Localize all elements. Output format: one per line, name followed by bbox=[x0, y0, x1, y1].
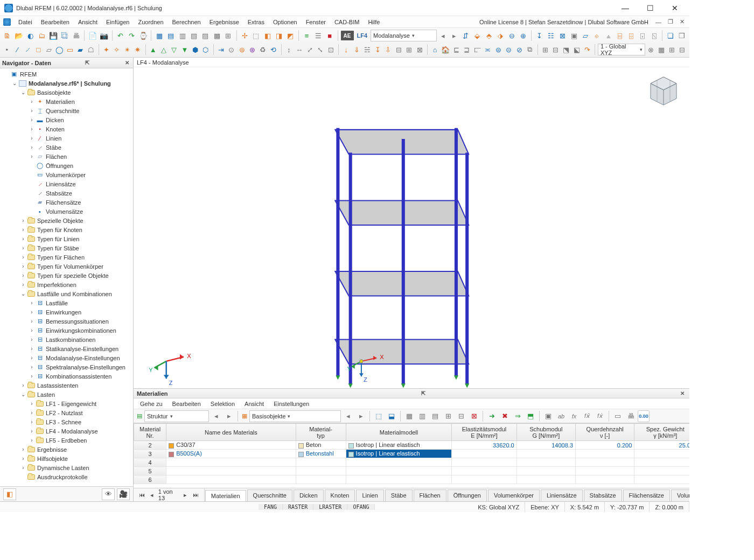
nav-views-button[interactable]: 👁 bbox=[102, 488, 115, 500]
tree-flächen[interactable]: ›▱Flächen bbox=[0, 152, 133, 161]
materialien-close-button[interactable]: ✕ bbox=[679, 390, 686, 396]
menu-zuordnen[interactable]: Zuordnen bbox=[134, 17, 167, 27]
loadcase-combo[interactable]: Modalanalyse▾ bbox=[371, 30, 437, 41]
menu-hilfe[interactable]: Hilfe bbox=[364, 17, 384, 27]
mt3[interactable]: ▦ bbox=[403, 410, 415, 422]
b15[interactable]: △ bbox=[159, 44, 169, 55]
btab-querschnitte[interactable]: Querschnitte bbox=[247, 489, 292, 501]
mat-prev-button[interactable]: ◂ bbox=[210, 410, 222, 422]
btab-knoten[interactable]: Knoten bbox=[325, 489, 355, 501]
mt12[interactable]: ⬒ bbox=[525, 410, 536, 422]
pager-prev-button[interactable]: ◂ bbox=[148, 492, 156, 499]
tree-file[interactable]: ⌄Modalanalyse.rf6* | Schulung bbox=[0, 79, 133, 88]
print-button[interactable]: 🖶 bbox=[71, 30, 81, 41]
mat-prev2-button[interactable]: ◂ bbox=[342, 410, 354, 422]
table-row[interactable]: 4 bbox=[134, 458, 690, 467]
b4[interactable]: □ bbox=[34, 44, 44, 55]
mdi-minimize-button[interactable]: — bbox=[654, 19, 663, 25]
col-header[interactable]: SchubmodulG [N/mm²] bbox=[516, 424, 575, 441]
tree-lf1---eigengewicht[interactable]: ›LF1 - Eigengewicht bbox=[0, 399, 133, 408]
col-header[interactable]: Material-typ bbox=[296, 424, 346, 441]
struktur-combo[interactable]: Struktur▾ bbox=[144, 410, 209, 422]
mt6[interactable]: ⊞ bbox=[442, 410, 454, 422]
b55[interactable]: ▦ bbox=[657, 44, 666, 55]
navigator-pin-button[interactable]: ⇱ bbox=[83, 60, 91, 66]
tree-lastfälle[interactable]: ›⊟Lastfälle bbox=[0, 298, 133, 307]
tree-dynamische-lasten[interactable]: ›Dynamische Lasten bbox=[0, 463, 133, 472]
b24[interactable]: ♻ bbox=[259, 44, 268, 55]
b38[interactable]: ⊠ bbox=[415, 44, 425, 55]
mt14[interactable]: ab bbox=[555, 410, 567, 422]
col-header[interactable]: Spez. Gewichtγ [kN/m³] bbox=[634, 424, 689, 441]
b20[interactable]: ⇥ bbox=[216, 44, 226, 55]
tree-ausdruckprotokolle[interactable]: Ausdruckprotokolle bbox=[0, 472, 133, 481]
tree-einwirkungskombinationen[interactable]: ›⊟Einwirkungskombinationen bbox=[0, 326, 133, 335]
mt5[interactable]: ▤ bbox=[429, 410, 441, 422]
mt4[interactable]: ▥ bbox=[416, 410, 428, 422]
tree-lastassistenten[interactable]: ›Lastassistenten bbox=[0, 381, 133, 390]
tree-querschnitte[interactable]: ›⌶Querschnitte bbox=[0, 106, 133, 115]
b6[interactable]: ◯ bbox=[55, 44, 65, 55]
calc-all-button[interactable]: ☰ bbox=[313, 30, 323, 41]
mdi-restore-button[interactable]: ❐ bbox=[666, 18, 675, 25]
mt15[interactable]: fx bbox=[568, 410, 580, 422]
btab-öffnungen[interactable]: Öffnungen bbox=[448, 489, 487, 501]
status-key-raster[interactable]: RASTER bbox=[283, 504, 313, 510]
matmenu-bearbeiten[interactable]: Bearbeiten bbox=[168, 400, 205, 408]
mt18[interactable]: ▭ bbox=[612, 410, 624, 422]
tree-einwirkungen[interactable]: ›⊟Einwirkungen bbox=[0, 307, 133, 317]
btn-a11[interactable]: ▱ bbox=[580, 30, 590, 41]
b21[interactable]: ⊙ bbox=[227, 44, 236, 55]
b5[interactable]: ▱ bbox=[44, 44, 54, 55]
btn-a15[interactable]: ⌹ bbox=[626, 30, 636, 41]
tree-liniensätze[interactable]: ⟋Liniensätze bbox=[0, 179, 133, 188]
tree-modalanalyse-einstellungen[interactable]: ›⊟Modalanalyse-Einstellungen bbox=[0, 353, 133, 362]
menu-bearbeiten[interactable]: Bearbeiten bbox=[37, 17, 74, 27]
b10[interactable]: ✦ bbox=[102, 44, 111, 55]
open-file-button[interactable]: 📂 bbox=[13, 30, 24, 41]
tree-lf3---schnee[interactable]: ›LF3 - Schnee bbox=[0, 417, 133, 426]
btn-a12[interactable]: ⟐ bbox=[592, 30, 602, 41]
select-button-3[interactable]: ◧ bbox=[262, 30, 273, 41]
save-button[interactable]: 💾 bbox=[48, 30, 58, 41]
btn-a14[interactable]: ⌸ bbox=[615, 30, 625, 41]
btn-a18[interactable]: ❏ bbox=[665, 30, 675, 41]
tree-lf2---nutzlast[interactable]: ›LF2 - Nutzlast bbox=[0, 408, 133, 417]
col-header[interactable]: ElastizitätsmodulE [N/mm²] bbox=[452, 424, 516, 441]
select-button-4[interactable]: ◨ bbox=[274, 30, 284, 41]
mat-next-button[interactable]: ▸ bbox=[223, 410, 235, 422]
b28[interactable]: ⤢ bbox=[305, 44, 315, 55]
b3[interactable]: ⟋ bbox=[23, 44, 33, 55]
btn-a10[interactable]: ▣ bbox=[569, 30, 579, 41]
b57[interactable]: ⊟ bbox=[678, 44, 687, 55]
b51[interactable]: ⬔ bbox=[562, 44, 571, 55]
b23[interactable]: ⊛ bbox=[248, 44, 257, 55]
mt20[interactable]: 0.00 bbox=[638, 410, 650, 422]
mt19[interactable]: 🖶 bbox=[625, 410, 637, 422]
btab-stabsätze[interactable]: Stabsätze bbox=[584, 489, 622, 501]
btn-a6[interactable]: ⊕ bbox=[518, 30, 528, 41]
btab-linien[interactable]: Linien bbox=[356, 489, 383, 501]
btn-a4[interactable]: ⬗ bbox=[495, 30, 505, 41]
matmenu-gehe-zu[interactable]: Gehe zu bbox=[136, 400, 167, 408]
mt2[interactable]: ⬓ bbox=[386, 410, 397, 422]
window-minimize-button[interactable]: — bbox=[613, 0, 638, 16]
status-key-lraster[interactable]: LRASTER bbox=[313, 504, 347, 510]
b42[interactable]: ⊒ bbox=[462, 44, 472, 55]
materialien-pin-button[interactable]: ⇱ bbox=[420, 390, 427, 396]
lf-next-button[interactable]: ▸ bbox=[449, 30, 459, 41]
view-button-4[interactable]: ▧ bbox=[188, 30, 199, 41]
select-button-5[interactable]: ◩ bbox=[285, 30, 296, 41]
col-header[interactable]: MaterialNr. bbox=[134, 424, 166, 441]
btn-a8[interactable]: ☷ bbox=[546, 30, 556, 41]
b7[interactable]: ▭ bbox=[65, 44, 75, 55]
b9[interactable]: ☖ bbox=[86, 44, 96, 55]
b13[interactable]: ✷ bbox=[133, 44, 143, 55]
btn-a19[interactable]: ❐ bbox=[677, 30, 687, 41]
view-button-6[interactable]: ▩ bbox=[212, 30, 222, 41]
b11[interactable]: ✧ bbox=[112, 44, 122, 55]
tree-lasten[interactable]: ⌄Lasten bbox=[0, 390, 133, 399]
b43[interactable]: ⫍ bbox=[472, 44, 482, 55]
view-button-5[interactable]: ▨ bbox=[200, 30, 211, 41]
tree-materialien[interactable]: ›✦Materialien bbox=[0, 97, 133, 106]
